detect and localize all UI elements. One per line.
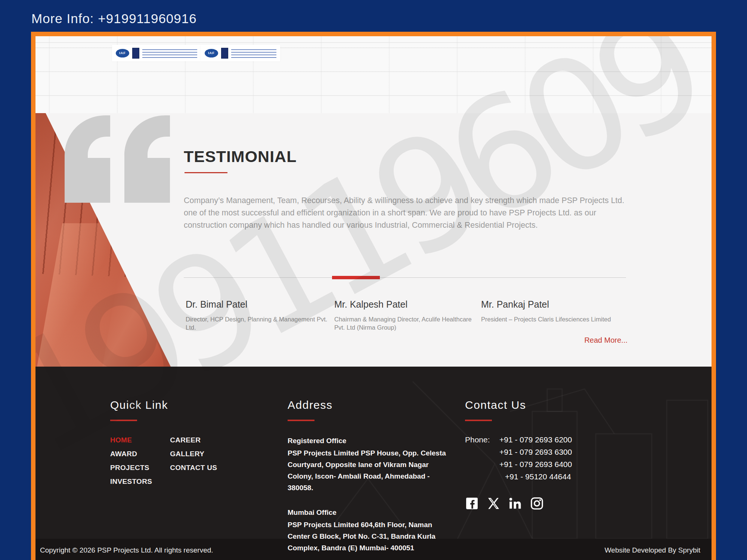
page-card: IAF IAF TESTIMONIAL Company’s Management… bbox=[31, 32, 716, 560]
author-role: Director, HCP Design, Planning & Managem… bbox=[186, 315, 332, 332]
footer-link-contact-us[interactable]: CONTACT US bbox=[170, 464, 217, 472]
mumbai-office-address: PSP Projects Limited 604,6th Floor, Nama… bbox=[288, 519, 452, 554]
footer-link-projects[interactable]: PROJECTS bbox=[110, 464, 152, 472]
phone-number: +91 - 079 2693 6300 bbox=[499, 448, 572, 457]
testimonial-author: Mr. Pankaj Patel President – Projects Cl… bbox=[481, 299, 627, 323]
certificate-strip: IAF bbox=[201, 45, 280, 61]
author-name: Mr. Kalpesh Patel bbox=[334, 299, 477, 310]
registered-office-address: PSP Projects Limited PSP House, Opp. Cel… bbox=[288, 447, 452, 494]
phone-number: +91 - 95120 44644 bbox=[499, 472, 572, 481]
footer-contact: Contact Us Phone: +91 - 079 2693 6200 +9… bbox=[465, 399, 622, 510]
contact-us-heading: Contact Us bbox=[465, 399, 622, 411]
footer-link-award[interactable]: AWARD bbox=[110, 450, 152, 458]
footer-link-gallery[interactable]: GALLERY bbox=[170, 450, 217, 458]
heading-underline bbox=[288, 420, 314, 421]
testimonial-section: TESTIMONIAL Company’s Management, Team, … bbox=[35, 113, 712, 367]
section-title: TESTIMONIAL bbox=[184, 147, 297, 166]
phone-label: Phone: bbox=[465, 435, 499, 485]
carousel-indicator[interactable] bbox=[332, 276, 380, 279]
copyright-text: Copyright © 2026 PSP Projects Ltd. All r… bbox=[40, 546, 213, 560]
phone-number: +91 - 079 2693 6200 bbox=[499, 435, 572, 444]
title-underline bbox=[185, 172, 227, 173]
mumbai-office-label: Mumbai Office bbox=[288, 508, 463, 517]
footer-quick-links: Quick Link HOME AWARD PROJECTS INVESTORS… bbox=[110, 399, 217, 491]
address-heading: Address bbox=[288, 399, 463, 411]
author-name: Mr. Pankaj Patel bbox=[481, 299, 627, 310]
more-info-text: More Info: +919911960916 bbox=[31, 11, 197, 26]
instagram-icon[interactable] bbox=[530, 497, 544, 510]
facebook-icon[interactable] bbox=[465, 497, 479, 510]
testimonial-author: Mr. Kalpesh Patel Chairman & Managing Di… bbox=[334, 299, 477, 332]
footer-address: Address Registered Office PSP Projects L… bbox=[288, 399, 463, 554]
certificate-strip: IAF bbox=[112, 45, 201, 61]
header-brick-banner: IAF IAF bbox=[35, 36, 712, 113]
certificate-badge-icon bbox=[132, 48, 139, 59]
footer-link-home[interactable]: HOME bbox=[110, 436, 152, 444]
certificate-text-lines bbox=[231, 48, 276, 58]
footer-link-career[interactable]: CAREER bbox=[170, 436, 217, 444]
heading-underline bbox=[465, 420, 492, 421]
linkedin-icon[interactable] bbox=[508, 497, 522, 510]
read-more-link[interactable]: Read More... bbox=[584, 336, 627, 345]
registered-office-label: Registered Office bbox=[288, 437, 463, 445]
certificate-text-lines bbox=[142, 48, 197, 58]
testimonial-author: Dr. Bimal Patel Director, HCP Design, Pl… bbox=[186, 299, 332, 332]
testimonial-quote-text: Company’s Management, Team, Recourses, A… bbox=[184, 195, 627, 231]
phone-number: +91 - 079 2693 6400 bbox=[499, 460, 572, 469]
developer-credit-link[interactable]: Website Developed By Sprybit bbox=[605, 546, 700, 560]
iaf-logo: IAF bbox=[116, 49, 129, 57]
quick-link-heading: Quick Link bbox=[110, 399, 217, 411]
author-role: Chairman & Managing Director, Aculife He… bbox=[334, 315, 477, 332]
iaf-logo: IAF bbox=[205, 49, 218, 57]
footer-link-investors[interactable]: INVESTORS bbox=[110, 477, 152, 486]
x-icon[interactable] bbox=[487, 497, 500, 510]
author-name: Dr. Bimal Patel bbox=[186, 299, 332, 310]
carousel-track bbox=[184, 277, 626, 278]
footer: Quick Link HOME AWARD PROJECTS INVESTORS… bbox=[35, 367, 712, 539]
certificate-badge-icon bbox=[221, 48, 228, 59]
author-role: President – Projects Claris Lifesciences… bbox=[481, 315, 627, 323]
double-quote-icon bbox=[65, 115, 170, 203]
heading-underline bbox=[110, 420, 137, 421]
